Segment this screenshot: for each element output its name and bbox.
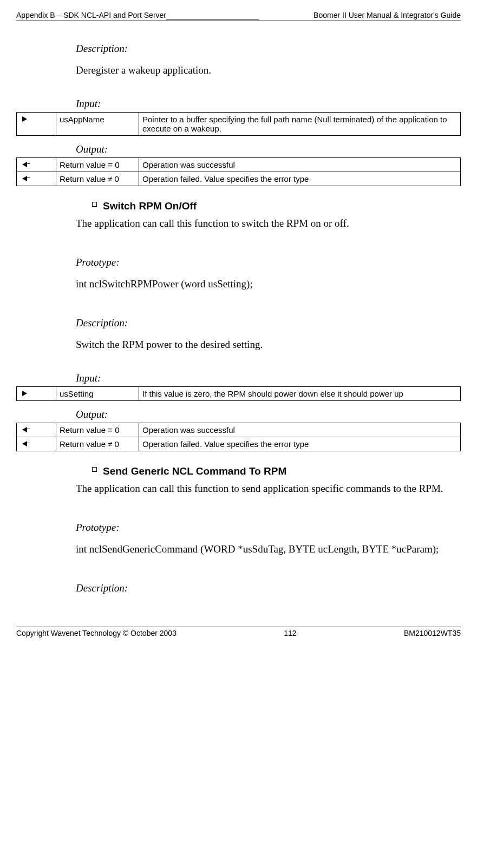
arrow-right-icon xyxy=(17,387,56,401)
header-fill: ______________________ xyxy=(166,11,259,19)
heading-text: Switch RPM On/Off xyxy=(103,200,197,212)
prototype-text-2: int nclSwitchRPMPower (word usSetting); xyxy=(76,278,461,290)
param-desc: If this value is zero, the RPM should po… xyxy=(139,387,461,401)
footer-left: Copyright Wavenet Technology © October 2… xyxy=(16,629,177,637)
table-row: Return value = 0 Operation was successfu… xyxy=(17,158,461,172)
output-label-1: Output: xyxy=(76,143,461,155)
square-bullet-icon xyxy=(92,202,97,207)
subsection-heading-send-generic: Send Generic NCL Command To RPM xyxy=(76,465,461,477)
arrow-right-icon xyxy=(17,113,56,136)
table-row: Return value ≠ 0 Operation failed. Value… xyxy=(17,437,461,451)
param-name: usAppName xyxy=(56,113,139,136)
square-bullet-icon xyxy=(92,467,97,472)
param-name: usSetting xyxy=(56,387,139,401)
table-row: usSetting If this value is zero, the RPM… xyxy=(17,387,461,401)
description-label-1: Description: xyxy=(76,43,461,55)
footer-page-number: 112 xyxy=(284,629,296,637)
return-desc: Operation failed. Value specifies the er… xyxy=(139,172,461,186)
param-desc: Pointer to a buffer specifying the full … xyxy=(139,113,461,136)
table-row: usAppName Pointer to a buffer specifying… xyxy=(17,113,461,136)
intro-text-2: The application can call this function t… xyxy=(76,218,461,229)
return-name: Return value ≠ 0 xyxy=(56,172,139,186)
input-table-1: usAppName Pointer to a buffer specifying… xyxy=(16,112,461,136)
description-text-2: Switch the RPM power to the desired sett… xyxy=(76,339,461,351)
description-label-3: Description: xyxy=(76,582,461,594)
description-label-2: Description: xyxy=(76,317,461,329)
return-desc: Operation was successful xyxy=(139,158,461,172)
description-text-1: Deregister a wakeup application. xyxy=(76,64,461,76)
arrow-left-icon xyxy=(17,172,56,186)
heading-text: Send Generic NCL Command To RPM xyxy=(103,465,286,477)
return-name: Return value ≠ 0 xyxy=(56,437,139,451)
return-name: Return value = 0 xyxy=(56,423,139,437)
input-label-1: Input: xyxy=(76,98,461,110)
prototype-label-3: Prototype: xyxy=(76,522,461,534)
arrow-left-icon xyxy=(17,437,56,451)
prototype-text-3: int nclSendGenericCommand (WORD *usSduTa… xyxy=(76,543,461,555)
header-left: Appendix B – SDK NCL-API and Port Server xyxy=(16,11,166,19)
input-table-2: usSetting If this value is zero, the RPM… xyxy=(16,386,461,401)
subsection-heading-switch-rpm: Switch RPM On/Off xyxy=(76,200,461,212)
table-row: Return value = 0 Operation was successfu… xyxy=(17,423,461,437)
arrow-left-icon xyxy=(17,158,56,172)
prototype-label-2: Prototype: xyxy=(76,257,461,268)
intro-text-3: The application can call this function t… xyxy=(76,483,461,495)
output-table-2: Return value = 0 Operation was successfu… xyxy=(16,423,461,451)
header-right: Boomer II User Manual & Integrator's Gui… xyxy=(313,11,461,19)
table-row: Return value ≠ 0 Operation failed. Value… xyxy=(17,172,461,186)
footer-right: BM210012WT35 xyxy=(404,629,461,637)
page-footer: Copyright Wavenet Technology © October 2… xyxy=(16,627,461,637)
input-label-2: Input: xyxy=(76,372,461,384)
return-desc: Operation was successful xyxy=(139,423,461,437)
arrow-left-icon xyxy=(17,423,56,437)
page-content: Description: Deregister a wakeup applica… xyxy=(16,43,461,594)
output-table-1: Return value = 0 Operation was successfu… xyxy=(16,157,461,186)
page-header: Appendix B – SDK NCL-API and Port Server… xyxy=(16,11,461,21)
output-label-2: Output: xyxy=(76,409,461,420)
return-desc: Operation failed. Value specifies the er… xyxy=(139,437,461,451)
return-name: Return value = 0 xyxy=(56,158,139,172)
